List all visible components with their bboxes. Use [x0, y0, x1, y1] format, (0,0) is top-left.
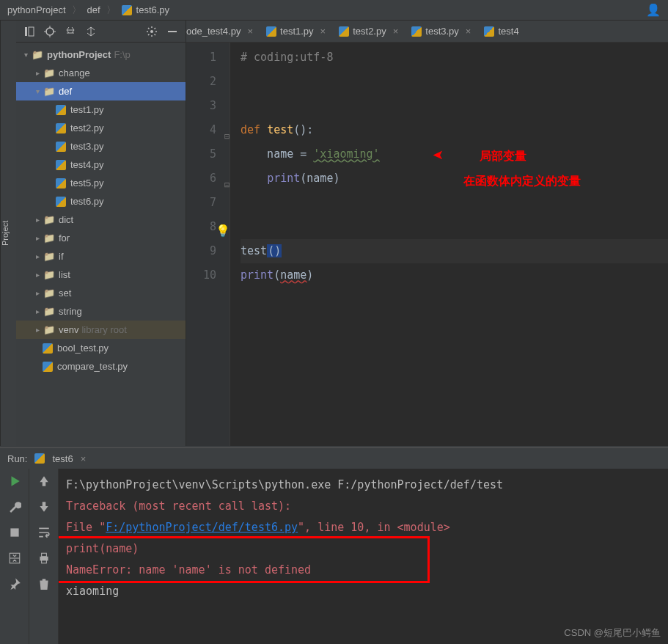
tree-label: list — [59, 269, 70, 280]
breadcrumb-sep: 〉 — [72, 4, 81, 17]
annotation-text: 局部变量 — [480, 144, 526, 168]
print-icon[interactable] — [37, 552, 51, 567]
breadcrumb-folder[interactable]: def — [87, 4, 100, 15]
breadcrumb: pythonProject 〉 def 〉 test6.py 👤 — [0, 0, 668, 21]
code-text: print — [241, 268, 274, 282]
tree-file[interactable]: test1.py — [16, 100, 186, 119]
tree-root[interactable]: pythonProjectF:\p — [16, 45, 186, 64]
rerun-icon[interactable] — [8, 475, 21, 490]
breadcrumb-file[interactable]: test6.py — [136, 4, 170, 15]
gutter: 1 2 3 4 5 6 7 8 9 10 — [186, 43, 230, 446]
close-icon[interactable]: × — [393, 26, 399, 37]
tree-folder-string[interactable]: string — [16, 302, 186, 321]
close-icon[interactable]: × — [466, 26, 471, 37]
line-number: 10 — [186, 263, 216, 288]
python-file-icon — [34, 453, 45, 464]
tab-label: test2.py — [353, 26, 386, 37]
editor-tabs: ode_test4.py× test1.py× test2.py× test3.… — [186, 21, 668, 43]
tree-root-label: pythonProject — [47, 49, 111, 60]
tree-label: test3.py — [70, 141, 104, 152]
code-content[interactable]: # coding:utf-8 def test(): name = 'xiaom… — [230, 43, 668, 446]
editor-tab[interactable]: test1.py× — [260, 21, 333, 43]
tree-file[interactable]: test4.py — [16, 155, 186, 174]
settings-icon[interactable] — [146, 26, 158, 37]
tree-folder-dict[interactable]: dict — [16, 211, 186, 229]
svg-rect-8 — [168, 31, 177, 32]
tree-file[interactable]: compare_test.py — [16, 357, 186, 376]
tree-label: for — [59, 233, 70, 244]
tree-label: test5.py — [70, 178, 104, 189]
editor-tab[interactable]: test3.py× — [405, 21, 478, 43]
svg-rect-9 — [10, 528, 18, 536]
project-tool-window-tab[interactable]: Project — [0, 21, 16, 446]
run-config-name[interactable]: test6 — [52, 453, 73, 464]
tree-label: set — [59, 288, 71, 299]
tree-folder-set[interactable]: set — [16, 284, 186, 302]
code-text: # coding:utf-8 — [241, 51, 333, 64]
pin-icon[interactable] — [8, 577, 21, 593]
soft-wrap-icon[interactable] — [37, 526, 51, 541]
tree-folder-change[interactable]: change — [16, 64, 186, 82]
breadcrumb-sep: 〉 — [106, 4, 116, 17]
tree-folder-for[interactable]: for — [16, 229, 186, 247]
annotation-text: 在函数体内定义的变量 — [463, 169, 581, 193]
tree-folder-list[interactable]: list — [16, 266, 186, 284]
tree-label: bool_test.py — [57, 343, 109, 354]
tree-file[interactable]: bool_test.py — [16, 339, 186, 357]
python-file-icon — [339, 26, 349, 37]
tree-hint: library root — [81, 324, 126, 335]
select-opened-file-icon[interactable] — [23, 26, 35, 37]
close-icon[interactable]: × — [247, 26, 253, 37]
tree-file[interactable]: test3.py — [16, 137, 186, 155]
tree-file[interactable]: test2.py — [16, 119, 186, 137]
svg-rect-0 — [25, 27, 27, 36]
python-file-icon — [43, 343, 53, 354]
editor-tab[interactable]: test4 — [478, 21, 526, 43]
editor-tab[interactable]: test2.py× — [333, 21, 405, 43]
console-line: Traceback (most recent call last): — [66, 496, 661, 517]
tree-root-path: F:\p — [114, 49, 130, 60]
python-file-icon — [411, 26, 422, 37]
collapse-all-icon[interactable] — [85, 26, 97, 37]
code-text: test — [241, 244, 267, 257]
code-text: print — [267, 172, 300, 185]
fold-icon[interactable] — [224, 172, 233, 181]
code-text: name = — [241, 147, 313, 161]
run-label: Run: — [7, 453, 27, 464]
user-icon[interactable]: 👤 — [646, 3, 661, 17]
console-output[interactable]: F:\pythonProject\venv\Scripts\python.exe… — [59, 469, 668, 644]
stop-icon[interactable] — [8, 526, 21, 541]
project-toolbar — [16, 21, 186, 43]
tab-label: ode_test4.py — [186, 26, 241, 37]
tree-file[interactable]: test5.py — [16, 174, 186, 192]
code-text: () — [267, 244, 282, 257]
down-icon[interactable] — [37, 500, 51, 516]
python-file-icon — [56, 160, 66, 170]
tree-folder-venv[interactable]: venvlibrary root — [16, 321, 186, 339]
up-icon[interactable] — [37, 475, 51, 490]
expand-all-icon[interactable] — [65, 26, 76, 37]
hide-icon[interactable] — [166, 26, 178, 37]
tree-label: def — [59, 86, 72, 97]
tree-file[interactable]: test6.py — [16, 192, 186, 211]
breadcrumb-project[interactable]: pythonProject — [7, 4, 66, 15]
wrench-icon[interactable] — [8, 500, 21, 516]
intention-bulb-icon[interactable]: 💡 — [216, 219, 230, 243]
line-number: 2 — [186, 70, 216, 94]
close-icon[interactable]: × — [320, 26, 326, 37]
code-area[interactable]: 1 2 3 4 5 6 7 8 9 10 # coding:utf-8 def … — [186, 43, 668, 446]
layout-icon[interactable] — [8, 552, 21, 567]
project-tree[interactable]: pythonProjectF:\p change def test1.py te… — [16, 43, 186, 446]
editor-tab[interactable]: ode_test4.py× — [186, 21, 260, 43]
close-icon[interactable]: × — [81, 453, 87, 464]
fold-icon[interactable] — [224, 124, 233, 133]
code-text: (name) — [300, 172, 339, 185]
tree-folder-if[interactable]: if — [16, 247, 186, 266]
svg-point-2 — [46, 28, 54, 35]
target-icon[interactable] — [44, 26, 56, 37]
console-link[interactable]: F:/pythonProject/def/test6.py — [106, 521, 298, 534]
line-number: 4 — [186, 118, 216, 142]
trash-icon[interactable] — [37, 577, 51, 593]
tree-folder-def[interactable]: def — [16, 82, 186, 100]
project-sidebar: pythonProjectF:\p change def test1.py te… — [16, 21, 186, 446]
